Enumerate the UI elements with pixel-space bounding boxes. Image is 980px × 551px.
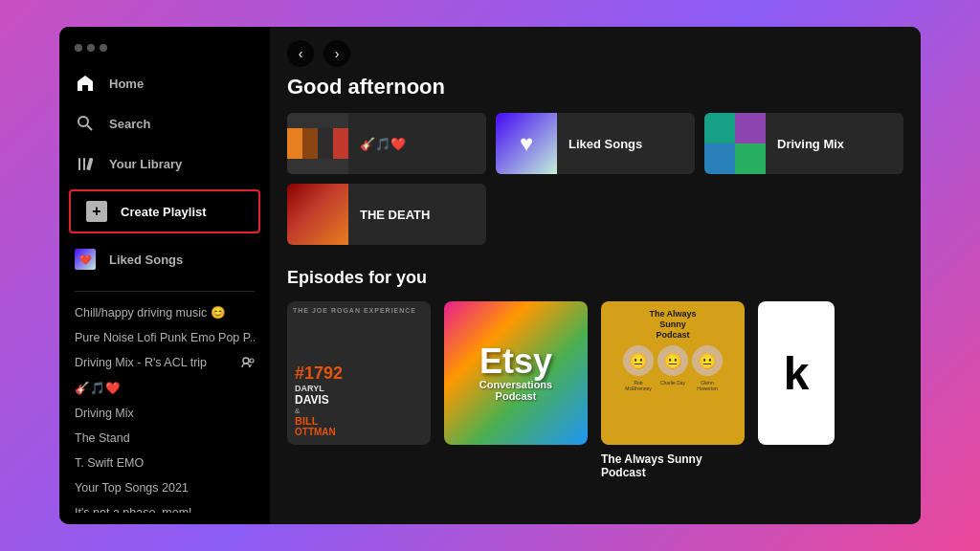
quick-cards-grid: 🎸🎵❤️ ♥ Liked Songs xyxy=(287,113,903,245)
dot-2 xyxy=(87,44,95,52)
window-controls xyxy=(59,38,270,63)
dot-1 xyxy=(75,44,82,52)
dot-3 xyxy=(100,44,107,52)
back-button[interactable]: ‹ xyxy=(287,40,314,67)
death-thumb xyxy=(287,184,348,245)
always-sunny-label: The Always Sunny Podcast xyxy=(601,452,745,479)
liked-songs-label: Liked Songs xyxy=(109,253,183,267)
quick-card-driving-mix[interactable]: Driving Mix xyxy=(704,113,903,174)
always-sunny-thumb: The AlwaysSunnyPodcast 😐 😐 😐 Rob McElhen… xyxy=(601,301,745,445)
sidebar-item-home[interactable]: Home xyxy=(59,63,270,103)
playlist-list: Chill/happy driving music 😊 Pure Noise L… xyxy=(59,299,270,513)
main-content: ‹ › Good afternoon 🎸🎵❤️ xyxy=(270,27,921,524)
plus-icon: + xyxy=(86,201,107,222)
search-label: Search xyxy=(109,117,150,131)
create-playlist-label: Create Playlist xyxy=(121,205,207,219)
episode-card-partial[interactable]: k xyxy=(758,301,835,479)
quick-card-emoji-mix[interactable]: 🎸🎵❤️ xyxy=(287,113,486,174)
svg-point-5 xyxy=(243,358,249,364)
home-icon xyxy=(75,73,96,94)
svg-point-6 xyxy=(250,359,254,363)
svg-point-0 xyxy=(78,117,88,126)
home-label: Home xyxy=(109,77,144,91)
partial-thumb: k xyxy=(758,301,835,445)
main-scroll: Good afternoon 🎸🎵❤️ ♥ xyxy=(270,75,921,524)
list-item[interactable]: It's not a phase, mom! xyxy=(75,500,255,513)
create-playlist-button[interactable]: + Create Playlist xyxy=(69,189,260,233)
emoji-mix-thumb xyxy=(287,113,348,174)
list-item[interactable]: The Stand xyxy=(75,426,255,451)
greeting-title: Good afternoon xyxy=(287,75,903,99)
list-item[interactable]: 🎸🎵❤️ xyxy=(75,375,255,401)
search-icon xyxy=(75,113,96,134)
episode-card-always-sunny[interactable]: The AlwaysSunnyPodcast 😐 😐 😐 Rob McElhen… xyxy=(601,301,745,479)
joe-rogan-thumb: THE JOE ROGAN EXPERIENCE #1792 DARYL DAV… xyxy=(287,301,431,445)
list-item[interactable]: Pure Noise Lofi Punk Emo Pop P... xyxy=(75,325,255,350)
etsy-thumb: Etsy ConversationsPodcast xyxy=(444,301,588,445)
sidebar-item-liked-songs[interactable]: ❤️ Liked Songs xyxy=(59,239,270,279)
liked-songs-icon: ❤️ xyxy=(75,249,96,270)
episode-card-etsy[interactable]: Etsy ConversationsPodcast xyxy=(444,301,588,479)
episode-card-joe-rogan[interactable]: THE JOE ROGAN EXPERIENCE #1792 DARYL DAV… xyxy=(287,301,431,479)
driving-mix-thumb xyxy=(704,113,766,174)
svg-rect-2 xyxy=(78,158,80,170)
sidebar: Home Search Your Library + Create Playli xyxy=(59,27,270,524)
list-item[interactable]: Chill/happy driving music 😊 xyxy=(75,299,255,325)
collab-icon xyxy=(241,356,255,369)
sidebar-divider xyxy=(75,291,255,292)
episodes-title: Episodes for you xyxy=(287,268,903,288)
list-item[interactable]: T. Swift EMO xyxy=(75,451,255,475)
quick-card-liked-songs[interactable]: ♥ Liked Songs xyxy=(496,113,695,174)
sidebar-item-library[interactable]: Your Library xyxy=(59,143,270,184)
list-item[interactable]: Driving Mix - R's ACL trip xyxy=(75,350,255,375)
app-window: Home Search Your Library + Create Playli xyxy=(59,27,921,524)
list-item[interactable]: Driving Mix xyxy=(75,401,255,426)
list-item[interactable]: Your Top Songs 2021 xyxy=(75,475,255,500)
sidebar-item-search[interactable]: Search xyxy=(59,103,270,143)
liked-songs-thumb: ♥ xyxy=(496,113,557,174)
svg-line-1 xyxy=(87,125,92,130)
top-bar: ‹ › xyxy=(270,27,921,75)
svg-rect-3 xyxy=(83,158,85,170)
library-icon xyxy=(75,153,96,174)
svg-rect-4 xyxy=(86,158,93,171)
forward-button[interactable]: › xyxy=(323,40,350,67)
quick-card-the-death[interactable]: THE DEATH xyxy=(287,184,486,245)
library-label: Your Library xyxy=(109,157,182,171)
episodes-row: THE JOE ROGAN EXPERIENCE #1792 DARYL DAV… xyxy=(287,301,903,479)
